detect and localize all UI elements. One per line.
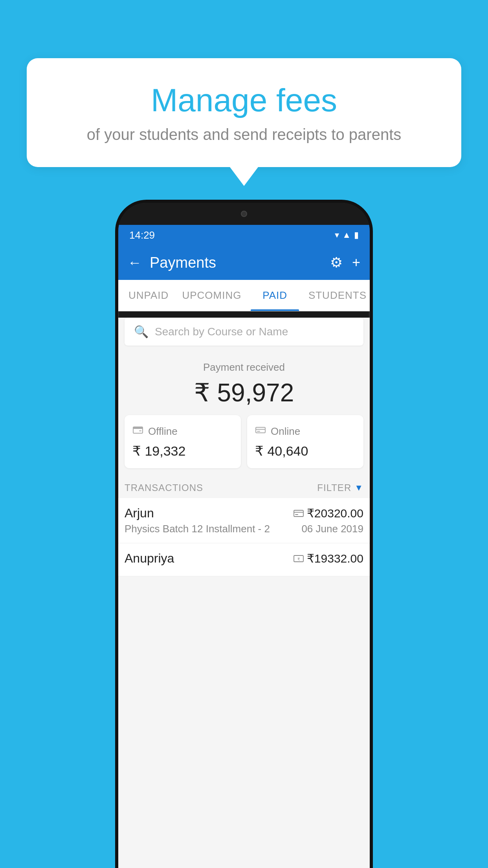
offline-card-header: Offline — [132, 425, 178, 438]
payment-received-label: Payment received — [125, 361, 363, 373]
search-icon: 🔍 — [134, 325, 149, 338]
transactions-header: TRANSACTIONS FILTER ▼ — [118, 474, 370, 498]
app-bar: ← Payments ⚙ + — [118, 245, 370, 280]
transaction-row-bottom: Physics Batch 12 Installment - 2 06 June… — [125, 523, 363, 535]
transaction-amount: ₹20320.00 — [294, 506, 363, 520]
transaction-name: Anupriya — [125, 551, 174, 566]
payment-summary: Payment received ₹ 59,972 — [118, 352, 370, 474]
transaction-amount: ₹ ₹19332.00 — [294, 552, 363, 565]
transaction-row-top: Arjun ₹20320.00 — [125, 506, 363, 520]
transaction-row-top: Anupriya ₹ ₹19332.00 — [125, 551, 363, 566]
tab-students[interactable]: STUDENTS — [305, 280, 370, 311]
card-payment-icon — [294, 507, 304, 520]
wifi-icon: ▾ — [335, 230, 339, 240]
speech-bubble-wrapper: Manage fees of your students and send re… — [27, 58, 461, 186]
table-row[interactable]: Anupriya ₹ ₹19332.00 — [118, 543, 370, 576]
search-bar[interactable]: 🔍 Search by Course or Name — [125, 318, 363, 346]
transaction-list: Arjun ₹20320.00 — [118, 498, 370, 576]
app-bar-actions: ⚙ + — [330, 254, 360, 271]
svg-rect-1 — [133, 427, 143, 429]
app-bar-title: Payments — [150, 254, 330, 271]
svg-rect-3 — [256, 427, 265, 433]
phone-notch — [230, 207, 258, 221]
offline-payment-card: Offline ₹ 19,332 — [125, 415, 241, 468]
speech-bubble-arrow — [230, 167, 258, 186]
offline-amount: ₹ 19,332 — [132, 443, 185, 459]
phone-frame: 14:29 ▾ ▲ ▮ ← Payments ⚙ + UNPAID UPCOMI… — [118, 203, 370, 868]
signal-icon: ▲ — [342, 230, 351, 240]
transaction-name: Arjun — [125, 506, 154, 520]
add-icon[interactable]: + — [352, 254, 360, 271]
back-button[interactable]: ← — [128, 254, 142, 271]
status-icons: ▾ ▲ ▮ — [335, 230, 359, 240]
online-label: Online — [271, 425, 300, 438]
filter-label: FILTER — [317, 482, 351, 493]
speech-bubble: Manage fees of your students and send re… — [27, 58, 461, 167]
offline-label: Offline — [148, 425, 178, 438]
filter-button[interactable]: FILTER ▼ — [317, 482, 363, 493]
speech-bubble-subtitle: of your students and send receipts to pa… — [58, 126, 430, 143]
tab-unpaid[interactable]: UNPAID — [118, 280, 179, 311]
search-input-placeholder: Search by Course or Name — [155, 326, 288, 338]
phone-content: 🔍 Search by Course or Name Payment recei… — [118, 318, 370, 868]
offline-icon — [132, 425, 143, 438]
online-card-header: Online — [255, 425, 300, 438]
transactions-label: TRANSACTIONS — [125, 482, 203, 493]
svg-text:₹: ₹ — [297, 557, 300, 561]
phone-wrapper: 14:29 ▾ ▲ ▮ ← Payments ⚙ + UNPAID UPCOMI… — [118, 203, 370, 868]
svg-rect-6 — [294, 510, 303, 517]
phone-top-bar — [118, 203, 370, 225]
online-icon — [255, 425, 266, 438]
transaction-amount-value: ₹20320.00 — [307, 506, 363, 520]
tab-upcoming[interactable]: UPCOMING — [179, 280, 244, 311]
payment-total-amount: ₹ 59,972 — [125, 378, 363, 407]
table-row[interactable]: Arjun ₹20320.00 — [118, 498, 370, 543]
filter-icon: ▼ — [354, 483, 363, 493]
online-amount: ₹ 40,640 — [255, 443, 308, 459]
transaction-date: 06 June 2019 — [301, 523, 363, 535]
cash-payment-icon: ₹ — [294, 552, 304, 565]
online-payment-card: Online ₹ 40,640 — [247, 415, 363, 468]
status-time: 14:29 — [129, 229, 155, 241]
battery-icon: ▮ — [354, 230, 359, 240]
front-camera — [241, 211, 247, 217]
status-bar: 14:29 ▾ ▲ ▮ — [118, 225, 370, 245]
tab-paid[interactable]: PAID — [244, 280, 305, 311]
transaction-amount-value: ₹19332.00 — [307, 552, 363, 565]
transaction-course: Physics Batch 12 Installment - 2 — [125, 523, 270, 535]
tabs-bar: UNPAID UPCOMING PAID STUDENTS — [118, 280, 370, 311]
speech-bubble-title: Manage fees — [58, 82, 430, 119]
settings-icon[interactable]: ⚙ — [330, 254, 343, 271]
payment-cards: Offline ₹ 19,332 — [125, 415, 363, 468]
